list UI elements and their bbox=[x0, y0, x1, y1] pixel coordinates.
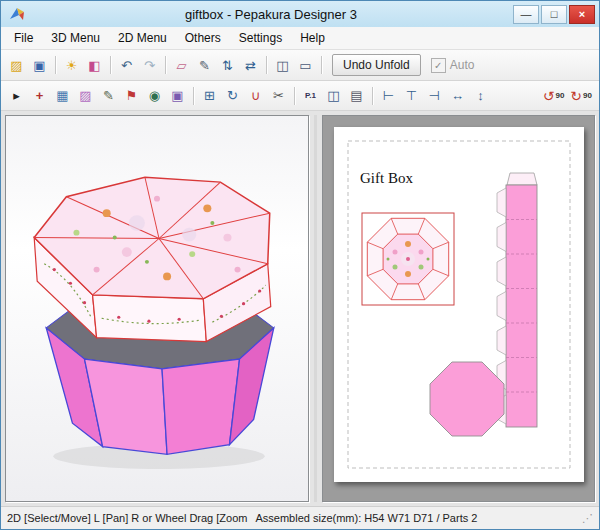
maximize-button[interactable]: □ bbox=[541, 5, 567, 24]
content-area: Gift Box bbox=[1, 111, 599, 506]
page-layout-icon[interactable]: ◫ bbox=[322, 84, 345, 107]
join-edge-icon[interactable]: ∪ bbox=[244, 84, 267, 107]
menu-file[interactable]: File bbox=[5, 28, 42, 48]
split-view-icon[interactable]: ◫ bbox=[271, 54, 294, 77]
align-left-icon[interactable]: ⊢ bbox=[377, 84, 400, 107]
resize-grip[interactable]: ⋰ bbox=[582, 512, 593, 525]
status-size-text: Assembled size(mm): H54 W71 D71 / Parts … bbox=[255, 512, 477, 524]
app-window: giftbox - Pepakura Designer 3 — □ × File… bbox=[0, 0, 600, 530]
toolbar-separator bbox=[372, 87, 373, 105]
render-light-icon[interactable]: ☀ bbox=[60, 54, 83, 77]
distribute-horizontal-icon[interactable]: ↔ bbox=[446, 84, 469, 107]
align-top-icon[interactable]: ⊤ bbox=[400, 84, 423, 107]
app-icon bbox=[9, 6, 25, 22]
menu-bar: File 3D Menu 2D Menu Others Settings Hel… bbox=[1, 27, 599, 50]
toolbar-2d: ▸ + ▦ ▨ ✎ ⚑ ◉ ▣ ⊞ ↻ ∪ ✂ P.1 ◫ ▤ ⊢ ⊤ ⊣ ↔ … bbox=[1, 81, 599, 111]
auto-checkbox-box[interactable]: ✓ bbox=[431, 58, 446, 73]
page-number-icon[interactable]: P.1 bbox=[299, 84, 322, 107]
menu-2d[interactable]: 2D Menu bbox=[109, 28, 176, 48]
menu-3d[interactable]: 3D Menu bbox=[42, 28, 109, 48]
save-icon[interactable]: ▣ bbox=[28, 54, 51, 77]
auto-checkbox-label: Auto bbox=[450, 58, 475, 72]
texture-view-icon[interactable]: ◧ bbox=[83, 54, 106, 77]
rotate-part-icon[interactable]: ↻ bbox=[221, 84, 244, 107]
title-bar[interactable]: giftbox - Pepakura Designer 3 — □ × bbox=[1, 1, 599, 27]
pane-splitter[interactable] bbox=[314, 115, 317, 502]
viewport-3d[interactable] bbox=[5, 115, 309, 502]
auto-checkbox[interactable]: ✓ Auto bbox=[431, 58, 475, 73]
eraser-icon[interactable]: ▱ bbox=[170, 54, 193, 77]
select-path-icon[interactable]: + bbox=[28, 84, 51, 107]
rotate-right-90-button[interactable]: ↻ 90 bbox=[567, 87, 595, 105]
minimize-button[interactable]: — bbox=[513, 5, 539, 24]
model-3d-giftbox bbox=[6, 116, 308, 501]
edit-icon[interactable]: ✎ bbox=[193, 54, 216, 77]
toolbar-separator bbox=[321, 56, 322, 74]
undo-icon[interactable]: ↶ bbox=[115, 54, 138, 77]
flag-icon[interactable]: ⚑ bbox=[120, 84, 143, 107]
pattern-layout: Gift Box bbox=[334, 127, 584, 482]
cut-edge-icon[interactable]: ✂ bbox=[267, 84, 290, 107]
rotate-left-icon: ↺ bbox=[543, 88, 555, 104]
rotate-left-label: 90 bbox=[555, 91, 564, 100]
mirror-icon[interactable]: ⇄ bbox=[239, 54, 262, 77]
open-folder-icon[interactable]: ▨ bbox=[5, 54, 28, 77]
grid-icon[interactable]: ▦ bbox=[51, 84, 74, 107]
close-button[interactable]: × bbox=[569, 5, 595, 24]
align-right-icon[interactable]: ⊣ bbox=[423, 84, 446, 107]
texture-icon[interactable]: ▨ bbox=[74, 84, 97, 107]
toolbar-separator bbox=[165, 56, 166, 74]
detect-icon[interactable]: ◉ bbox=[143, 84, 166, 107]
draw-icon[interactable]: ✎ bbox=[97, 84, 120, 107]
add-part-icon[interactable]: ⊞ bbox=[198, 84, 221, 107]
toolbar-separator bbox=[110, 56, 111, 74]
menu-settings[interactable]: Settings bbox=[230, 28, 291, 48]
menu-help[interactable]: Help bbox=[291, 28, 334, 48]
toolbar-separator bbox=[193, 87, 194, 105]
menu-others[interactable]: Others bbox=[176, 28, 230, 48]
flip-vertical-icon[interactable]: ⇅ bbox=[216, 54, 239, 77]
rotate-right-label: 90 bbox=[583, 91, 592, 100]
single-view-icon[interactable]: ▭ bbox=[294, 54, 317, 77]
window-title: giftbox - Pepakura Designer 3 bbox=[29, 7, 513, 22]
status-bar: 2D [Select/Move] L [Pan] R or Wheel Drag… bbox=[1, 506, 599, 529]
distribute-vertical-icon[interactable]: ↕ bbox=[469, 84, 492, 107]
viewport-2d[interactable]: Gift Box bbox=[322, 115, 595, 502]
undo-unfold-button[interactable]: Undo Unfold bbox=[332, 54, 421, 76]
status-mode-text: 2D [Select/Move] L [Pan] R or Wheel Drag… bbox=[7, 512, 247, 524]
pattern-sheet[interactable]: Gift Box bbox=[334, 127, 584, 482]
redo-icon[interactable]: ↷ bbox=[138, 54, 161, 77]
toolbar-separator bbox=[266, 56, 267, 74]
select-move-icon[interactable]: ▸ bbox=[5, 84, 28, 107]
toolbar-separator bbox=[55, 56, 56, 74]
rotate-right-icon: ↻ bbox=[570, 88, 582, 104]
image-icon[interactable]: ▣ bbox=[166, 84, 189, 107]
sheet-title: Gift Box bbox=[360, 170, 413, 186]
rotate-left-90-button[interactable]: ↺ 90 bbox=[540, 87, 568, 105]
toolbar-main: ▨ ▣ ☀ ◧ ↶ ↷ ▱ ✎ ⇅ ⇄ ◫ ▭ Undo Unfold ✓ Au… bbox=[1, 50, 599, 81]
toolbar-separator bbox=[294, 87, 295, 105]
print-icon[interactable]: ▤ bbox=[345, 84, 368, 107]
